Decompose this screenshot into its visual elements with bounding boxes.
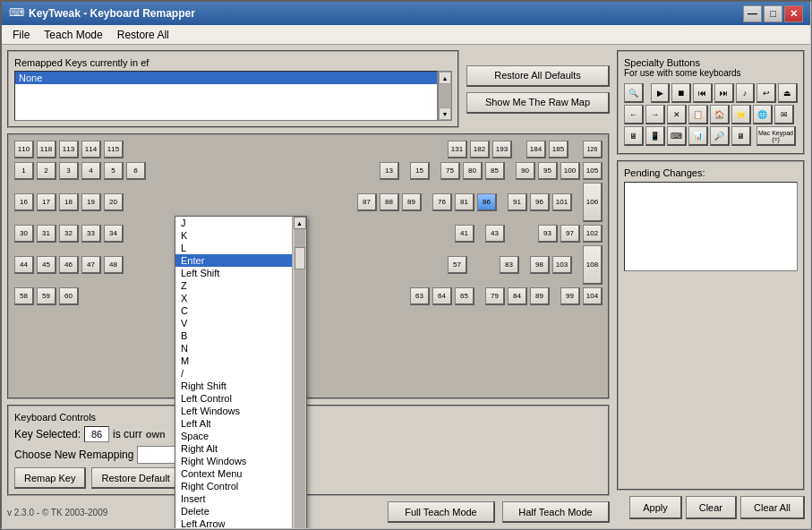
- key-16[interactable]: 16: [14, 193, 34, 211]
- key-1[interactable]: 1: [14, 162, 34, 180]
- dropdown-item-m[interactable]: /: [175, 367, 292, 380]
- dropdown-item-z[interactable]: X: [175, 292, 292, 304]
- key-32[interactable]: 32: [59, 225, 79, 243]
- key-182[interactable]: 182: [470, 141, 490, 158]
- dropdown-item-b[interactable]: N: [175, 342, 292, 355]
- dropdown-item-n[interactable]: M: [175, 355, 292, 367]
- clear-button[interactable]: Clear: [686, 496, 737, 519]
- spec-icon-home[interactable]: 🏠: [710, 105, 730, 124]
- half-teach-mode-button[interactable]: Half Teach Mode: [502, 501, 610, 523]
- key-30[interactable]: 30: [14, 225, 34, 243]
- spec-icon-email[interactable]: ✉: [774, 105, 794, 124]
- key-102[interactable]: 102: [583, 225, 603, 243]
- spec-icon-x[interactable]: ✕: [667, 105, 687, 124]
- spec-icon-mac-keypad[interactable]: Mac Keypad (=): [756, 126, 796, 146]
- key-41[interactable]: 41: [455, 225, 474, 243]
- spec-icon-mobile[interactable]: 📱: [645, 126, 665, 146]
- clear-all-button[interactable]: Clear All: [740, 496, 805, 519]
- spec-icon-left[interactable]: ←: [624, 105, 644, 124]
- key-dropdown-open[interactable]: J K L Enter Left Shift Z X C V B N M / R…: [175, 216, 307, 528]
- spec-icon-screen[interactable]: 🖥: [731, 126, 751, 146]
- full-teach-mode-button[interactable]: Full Teach Mode: [388, 501, 495, 523]
- spec-icon-next[interactable]: ⏭: [714, 83, 734, 103]
- spec-icon-keyboard2[interactable]: ⌨: [667, 126, 687, 146]
- scroll-up-icon[interactable]: ▲: [439, 72, 451, 84]
- key-96[interactable]: 96: [530, 193, 550, 211]
- maximize-button[interactable]: □: [764, 5, 782, 22]
- remapped-list-item-none[interactable]: None: [15, 72, 437, 84]
- key-99[interactable]: 99: [560, 287, 580, 305]
- key-4[interactable]: 4: [81, 162, 101, 180]
- key-2[interactable]: 2: [37, 162, 56, 180]
- key-44[interactable]: 44: [14, 256, 34, 274]
- key-63[interactable]: 63: [410, 287, 430, 305]
- dropdown-item-j[interactable]: J: [175, 217, 292, 229]
- key-89[interactable]: 89: [402, 193, 422, 211]
- close-button[interactable]: ✕: [784, 5, 803, 22]
- key-118[interactable]: 118: [37, 141, 56, 158]
- spec-icon-prev[interactable]: ⏮: [693, 83, 713, 103]
- menu-file[interactable]: File: [5, 25, 37, 44]
- dropdown-item-right-alt[interactable]: Right Windows: [175, 455, 292, 467]
- key-6[interactable]: 6: [126, 162, 146, 180]
- dropdown-item-left-shift[interactable]: Z: [175, 279, 292, 292]
- key-126[interactable]: 126: [583, 141, 603, 158]
- key-131[interactable]: 131: [448, 141, 467, 158]
- key-97[interactable]: 97: [560, 225, 580, 243]
- key-87[interactable]: 87: [357, 193, 377, 211]
- key-64[interactable]: 64: [432, 287, 452, 305]
- spec-icon-star[interactable]: ⭐: [731, 105, 751, 124]
- minimize-button[interactable]: —: [743, 5, 762, 22]
- key-81[interactable]: 81: [455, 193, 474, 211]
- key-101[interactable]: 101: [552, 193, 572, 211]
- scroll-down-icon[interactable]: ▼: [439, 107, 451, 120]
- dropdown-item-c[interactable]: V: [175, 317, 292, 329]
- show-raw-map-button[interactable]: Show Me The Raw Map: [466, 92, 610, 114]
- dropdown-scrollbar[interactable]: ▲ ▼: [292, 217, 306, 528]
- dropdown-item-left-windows[interactable]: Left Alt: [175, 417, 292, 430]
- spec-icon-doc[interactable]: 📋: [688, 105, 708, 124]
- dropdown-item-right-shift[interactable]: Left Control: [175, 392, 292, 405]
- dropdown-scroll-thumb[interactable]: [295, 247, 305, 269]
- key-5[interactable]: 5: [104, 162, 124, 180]
- key-93[interactable]: 93: [538, 225, 558, 243]
- key-15[interactable]: 15: [410, 162, 430, 180]
- key-65[interactable]: 65: [455, 287, 474, 305]
- key-100[interactable]: 100: [560, 162, 580, 180]
- key-60[interactable]: 60: [59, 287, 79, 305]
- spec-icon-back[interactable]: ↩: [756, 83, 776, 103]
- dropdown-item-left-control[interactable]: Left Windows: [175, 405, 292, 417]
- spec-icon-monitor[interactable]: 🖥: [624, 126, 644, 146]
- apply-button[interactable]: Apply: [629, 496, 682, 519]
- dropdown-item-none[interactable]: Enter: [175, 254, 292, 267]
- key-115[interactable]: 115: [104, 141, 124, 158]
- dropdown-item-enter[interactable]: Left Shift: [175, 267, 292, 279]
- key-33[interactable]: 33: [81, 225, 101, 243]
- spec-icon-stop[interactable]: ⏹: [671, 83, 691, 103]
- dropdown-item-context-menu[interactable]: Right Control: [175, 480, 292, 492]
- dropdown-item-k[interactable]: K: [175, 229, 292, 242]
- key-105[interactable]: 105: [583, 162, 603, 180]
- restore-all-defaults-button[interactable]: Restore All Defaults: [466, 65, 610, 87]
- key-46[interactable]: 46: [59, 256, 79, 274]
- spec-icon-chart[interactable]: 📊: [688, 126, 708, 146]
- remapped-list[interactable]: None: [14, 71, 438, 121]
- key-75[interactable]: 75: [440, 162, 460, 180]
- key-48[interactable]: 48: [104, 256, 124, 274]
- key-95[interactable]: 95: [538, 162, 558, 180]
- key-83[interactable]: 83: [500, 256, 519, 274]
- remap-key-button[interactable]: Remap Key: [14, 467, 86, 489]
- key-103[interactable]: 103: [552, 256, 572, 274]
- dropdown-scroll-up[interactable]: ▲: [294, 217, 306, 229]
- key-45[interactable]: 45: [37, 256, 56, 274]
- key-108[interactable]: 108: [583, 245, 603, 285]
- dropdown-item-x[interactable]: C: [175, 304, 292, 317]
- key-106[interactable]: 106: [583, 183, 603, 222]
- key-90[interactable]: 90: [516, 162, 535, 180]
- dropdown-item-delete[interactable]: Left Arrow: [175, 517, 292, 528]
- spec-icon-vol[interactable]: ♪: [736, 83, 756, 103]
- spec-icon-search[interactable]: 🔍: [624, 83, 644, 103]
- key-193[interactable]: 193: [492, 141, 512, 158]
- key-84[interactable]: 84: [508, 287, 527, 305]
- key-104[interactable]: 104: [583, 287, 603, 305]
